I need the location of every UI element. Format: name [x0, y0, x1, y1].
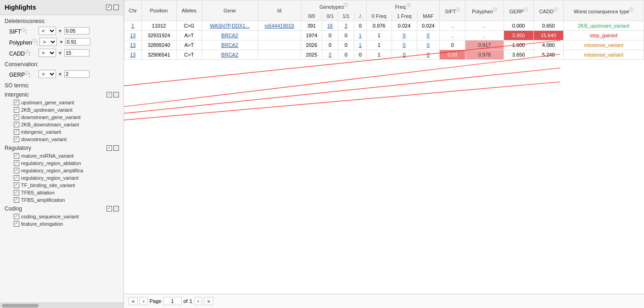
sift-operator-select[interactable]: < >: [39, 27, 56, 35]
cell-gerp: 3.950: [504, 30, 533, 40]
cell-polyphen: .: [465, 21, 504, 30]
cell-position: 11012: [141, 21, 176, 30]
last-page-button[interactable]: »: [204, 297, 213, 305]
so-item-reg-region-amplifica[interactable]: regulatory_region_amplifica: [0, 167, 123, 174]
polyphen-operator-select[interactable]: > <: [39, 38, 57, 46]
so-item-reg-region-variant[interactable]: regulatory_region_variant: [0, 174, 123, 182]
reg-region-ablation-check[interactable]: [14, 160, 19, 166]
reg-region-variant-check[interactable]: [14, 175, 19, 181]
downstream-variant-label: downstream_variant: [21, 137, 67, 142]
tfbs-amplification-check[interactable]: [14, 197, 19, 203]
cell-gene[interactable]: BRCA2: [202, 30, 258, 40]
cell-freq_0: 1: [366, 30, 392, 40]
next-page-button[interactable]: ›: [194, 297, 202, 305]
cell-gene[interactable]: WASH7P,DDX1...: [202, 21, 258, 30]
first-page-button[interactable]: «: [129, 297, 138, 305]
polyphen-arrow-icon: ▼: [59, 40, 63, 45]
so-item-tfbs-amplification[interactable]: TFBS_amplification: [0, 196, 123, 204]
intergenic-check[interactable]: [106, 92, 112, 97]
upstream-gene-variant-check[interactable]: [14, 100, 19, 105]
so-item-intergenic-variant[interactable]: intergenic_variant: [0, 128, 123, 136]
so-item-feature-elongation[interactable]: feature_elongation: [0, 220, 123, 228]
gerp-operator-select[interactable]: > <: [39, 70, 56, 78]
so-item-tf-binding[interactable]: TF_binding_site_variant: [0, 182, 123, 189]
cell-chr[interactable]: 1: [124, 21, 142, 30]
sidebar-square-icon[interactable]: [113, 5, 119, 10]
col-polyphen: Polyphenⓘ: [465, 0, 504, 21]
cadd-operator-select[interactable]: > <: [39, 49, 56, 57]
gerp-arrow-icon: ▼: [58, 72, 62, 77]
tf-binding-label: TF_binding_site_variant: [21, 183, 75, 188]
sidebar-horizontal-scrollbar[interactable]: [0, 302, 123, 308]
polyphen-value-input[interactable]: [65, 38, 90, 46]
table-row[interactable]: 1332906541C>TBRCA220252001000.030.9783.6…: [124, 50, 644, 59]
sift-value-input[interactable]: [64, 27, 90, 34]
col-gerp: GERPⓘ: [504, 0, 533, 21]
cell-gene[interactable]: BRCA2: [202, 40, 258, 50]
cell-gene[interactable]: BRCA2: [202, 50, 258, 59]
so-item-upstream-gene-variant[interactable]: upstream_gene_variant: [0, 99, 123, 106]
gerp-info-icon: ⓘ: [25, 71, 29, 75]
table-row[interactable]: 1332931924A>TBRCA21974001100..3.95015.64…: [124, 30, 644, 40]
cell-gt_00: 2026: [301, 40, 322, 50]
so-item-tfbs-ablation[interactable]: TFBS_ablation: [0, 189, 123, 196]
intergenic-variant-label: intergenic_variant: [21, 129, 61, 135]
cell-chr[interactable]: 13: [124, 40, 142, 50]
table-row[interactable]: 1332899240A>TBRCA2202600110000.9171.6004…: [124, 40, 644, 50]
intergenic-square[interactable]: [113, 92, 119, 97]
cell-maf: 0: [417, 50, 440, 59]
intergenic-variant-check[interactable]: [14, 129, 19, 135]
tf-binding-check[interactable]: [14, 183, 19, 188]
2kb-upstream-variant-check[interactable]: [14, 107, 19, 113]
cell-gerp: 3.650: [504, 50, 533, 59]
sidebar-check-icon[interactable]: [106, 5, 112, 10]
main-panel: Chr Position Alleles Gene Id Genotypesⓘ …: [124, 0, 644, 308]
table-container[interactable]: Chr Position Alleles Gene Id Genotypesⓘ …: [124, 0, 644, 294]
cell-id[interactable]: [258, 50, 301, 59]
coding-square[interactable]: [113, 206, 119, 211]
cell-id[interactable]: [258, 40, 301, 50]
so-item-coding-sequence-variant[interactable]: coding_sequence_variant: [0, 213, 123, 220]
so-item-mature-mirna[interactable]: mature_miRNA_variant: [0, 152, 123, 160]
so-group-intergenic: Intergenic: [0, 90, 123, 99]
tfbs-ablation-check[interactable]: [14, 190, 19, 195]
coding-sequence-variant-check[interactable]: [14, 214, 19, 219]
gerp-value-input[interactable]: [64, 70, 90, 78]
cell-id[interactable]: rs544419019: [258, 21, 301, 30]
polyphen-filter-row: Polyphenⓘ: > < ▼: [0, 36, 123, 47]
coding-sequence-variant-label: coding_sequence_variant: [21, 214, 78, 219]
col-freq-1: 1 Freq: [392, 11, 417, 21]
cadd-filter-row: CADDⓘ: > < ▼: [0, 47, 123, 58]
downstream-gene-variant-check[interactable]: [14, 114, 19, 120]
regulatory-check[interactable]: [106, 145, 112, 151]
cell-chr[interactable]: 13: [124, 30, 142, 40]
mature-mirna-check[interactable]: [14, 153, 19, 159]
coding-check[interactable]: [106, 206, 112, 211]
prev-page-button[interactable]: ‹: [140, 297, 148, 305]
so-item-reg-region-ablation[interactable]: regulatory_region_ablation: [0, 160, 123, 167]
page-input[interactable]: [163, 297, 182, 305]
reg-region-amplifica-check[interactable]: [14, 168, 19, 173]
cell-gerp: 0.000: [504, 21, 533, 30]
tfbs-ablation-label: TFBS_ablation: [21, 190, 55, 195]
feature-elongation-label: feature_elongation: [21, 221, 63, 227]
col-chr: Chr: [124, 0, 142, 21]
2kb-downstream-variant-check[interactable]: [14, 122, 19, 127]
conservation-label: Conservation:: [0, 58, 123, 68]
so-item-downstream-gene-variant[interactable]: downstream_gene_variant: [0, 114, 123, 121]
cell-cadd: 0.650: [533, 21, 563, 30]
so-item-downstream-variant[interactable]: downstream_variant: [0, 136, 123, 143]
cadd-value-input[interactable]: [64, 49, 90, 57]
deleteriousness-label: Deleteriousness:: [0, 15, 123, 25]
sidebar-header-controls: [106, 5, 119, 10]
table-row[interactable]: 111012C>GWASH7P,DDX1...rs544419019391162…: [124, 21, 644, 30]
feature-elongation-check[interactable]: [14, 221, 19, 227]
cell-id[interactable]: [258, 30, 301, 40]
cell-chr[interactable]: 13: [124, 50, 142, 59]
cell-gt_00: 2025: [301, 50, 322, 59]
downstream-variant-check[interactable]: [14, 137, 19, 142]
so-item-2kb-downstream-variant[interactable]: 2KB_downstream_variant: [0, 121, 123, 128]
sidebar-content: Deleteriousness: SIFTⓘ: < > ▼ Polyphenⓘ:…: [0, 15, 123, 308]
regulatory-square[interactable]: [113, 145, 119, 151]
so-item-2kb-upstream-variant[interactable]: 2KB_upstream_variant: [0, 106, 123, 114]
